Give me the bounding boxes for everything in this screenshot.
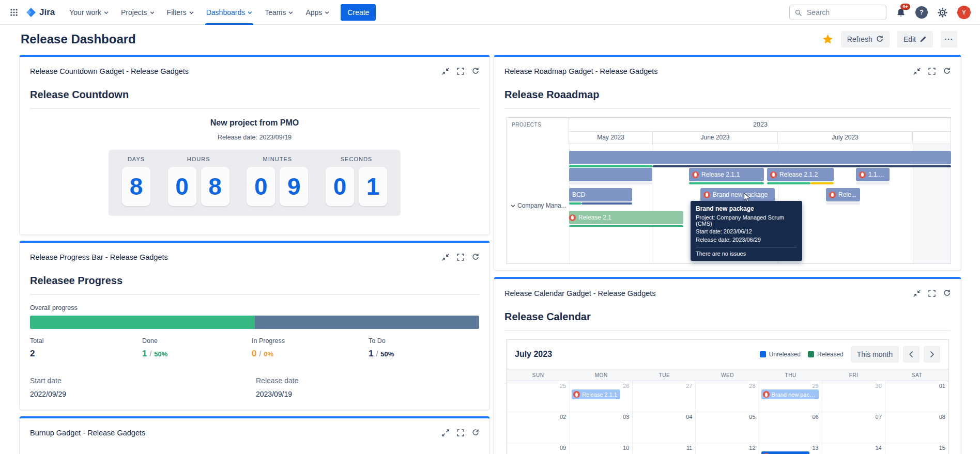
- nav-item-teams[interactable]: Teams: [258, 0, 299, 25]
- fullscreen-icon[interactable]: [928, 290, 936, 297]
- fullscreen-icon[interactable]: [928, 68, 936, 75]
- tooltip-release-date: Release date: 2023/06/29: [696, 237, 797, 243]
- release-calendar-gadget: Release Calendar Gadget - Release Gadget…: [494, 277, 961, 454]
- roadmap-bar-epic[interactable]: [569, 151, 951, 164]
- progress-heading: Releasee Progress: [30, 275, 479, 287]
- more-actions-button[interactable]: ···: [941, 31, 957, 48]
- day-number: 26: [570, 381, 632, 389]
- nav-item-apps[interactable]: Apps: [299, 0, 335, 25]
- chevron-down-icon: [511, 204, 515, 208]
- this-month-button[interactable]: This month: [851, 346, 899, 363]
- stat-label: Total: [30, 337, 142, 345]
- countdown-digit: 9: [280, 167, 308, 206]
- roadmap-bar-bcd[interactable]: BCD: [569, 188, 632, 201]
- fullscreen-icon[interactable]: [457, 68, 464, 75]
- day-header: WED: [696, 372, 759, 378]
- release-event-chip[interactable]: Release 2.1.1: [572, 389, 620, 399]
- roadmap-timeline-table: PROJECTS 2023 May 2023 June 2023 July 20…: [506, 117, 951, 264]
- collapse-icon[interactable]: [913, 68, 921, 75]
- search-input[interactable]: [806, 8, 881, 17]
- refresh-gadget-icon[interactable]: [472, 68, 479, 75]
- help-icon[interactable]: ?: [915, 6, 928, 19]
- create-button[interactable]: Create: [341, 4, 376, 21]
- roadmap-bar-release-21[interactable]: Release 2.1: [569, 211, 683, 224]
- refresh-gadget-icon[interactable]: [943, 68, 951, 75]
- gadget-header: Release Calendar Gadget - Release Gadget…: [494, 279, 961, 298]
- expand-icon[interactable]: [442, 429, 449, 436]
- day-number: 30: [822, 381, 885, 389]
- stat-separator: /: [259, 350, 261, 358]
- roadmap-bar-release-211[interactable]: Release 2.1.1: [689, 168, 764, 181]
- collapse-icon[interactable]: [442, 68, 449, 75]
- tooltip-title: Brand new package: [696, 205, 797, 212]
- refresh-gadget-icon[interactable]: [472, 429, 479, 436]
- gadget-header-icons: [442, 68, 479, 75]
- release-event-chip[interactable]: Brand new packa...: [761, 389, 819, 399]
- countdown-digit: 0: [326, 167, 354, 206]
- tooltip-divider: [696, 247, 797, 247]
- tooltip-start-date: Start date: 2023/06/12: [696, 228, 797, 234]
- roadmap-heading: Release Roaadmap: [504, 89, 951, 101]
- project-row-expander[interactable]: Company Mana...: [511, 202, 568, 209]
- countdown-hours-group: HOURS 0 8: [168, 150, 229, 216]
- notifications-bell-icon[interactable]: 9+: [896, 8, 906, 17]
- bar-progress-underline: [569, 225, 683, 227]
- released-swatch: [808, 351, 814, 357]
- day-number: 13: [759, 443, 822, 451]
- legend-label: Unreleased: [769, 351, 801, 358]
- stat-separator: /: [149, 350, 151, 358]
- roadmap-bar-unlabeled[interactable]: [569, 168, 652, 181]
- day-number: 01: [885, 381, 948, 389]
- roadmap-bar-brand-new-package[interactable]: Brand new package: [700, 188, 775, 201]
- collapse-icon[interactable]: [913, 290, 921, 297]
- bar-label: Brand new package: [713, 191, 768, 198]
- edit-button[interactable]: Edit: [897, 31, 933, 48]
- page-header: Release Dashboard Refresh Edit ···: [0, 25, 980, 54]
- roadmap-bar-rele[interactable]: Rele...: [826, 188, 860, 201]
- divider: [30, 108, 479, 109]
- bar-label: BCD: [572, 191, 585, 198]
- user-avatar[interactable]: Y: [957, 6, 971, 19]
- roadmap-bar-release-11[interactable]: 1.1....: [856, 168, 890, 181]
- nav-item-projects[interactable]: Projects: [115, 0, 161, 25]
- stat-value: 1: [369, 349, 373, 359]
- top-navigation-bar: Jira Your work Projects Filters Dashboar…: [0, 0, 980, 25]
- release-event-chip[interactable]: Release 2.1.2: [761, 451, 810, 454]
- refresh-gadget-icon[interactable]: [943, 290, 951, 297]
- next-month-button[interactable]: [924, 346, 940, 363]
- calendar-day-cell: 25: [507, 381, 570, 412]
- refresh-gadget-icon[interactable]: [472, 254, 479, 261]
- collapse-icon[interactable]: [442, 254, 449, 261]
- version-rocket-icon: [573, 391, 580, 398]
- chevron-down-icon: [248, 11, 252, 14]
- calendar-table: July 2023 Unreleased Released This month…: [506, 339, 949, 454]
- pencil-icon: [920, 36, 927, 43]
- search-icon: [795, 9, 802, 17]
- legend-released: Released: [808, 351, 844, 358]
- previous-month-button[interactable]: [903, 346, 920, 363]
- release-date-value: 2023/09/19: [256, 390, 479, 398]
- nav-item-filters[interactable]: Filters: [161, 0, 200, 25]
- day-header: TUE: [633, 372, 696, 378]
- notification-badge: 9+: [900, 4, 910, 10]
- chevron-down-icon: [150, 11, 155, 14]
- fullscreen-icon[interactable]: [457, 254, 464, 261]
- app-switcher-icon[interactable]: [7, 6, 21, 19]
- version-rocket-icon: [763, 391, 770, 398]
- settings-gear-icon[interactable]: [938, 8, 947, 18]
- nav-item-your-work[interactable]: Your work: [63, 0, 115, 25]
- jira-logo[interactable]: Jira: [26, 7, 55, 18]
- global-search[interactable]: [789, 5, 886, 20]
- divider: [504, 330, 951, 331]
- fullscreen-icon[interactable]: [457, 429, 464, 436]
- timeline-month-headers: May 2023 June 2023 July 2023: [569, 132, 952, 144]
- day-header: THU: [759, 372, 822, 378]
- roadmap-bar-release-212[interactable]: Release 2.1.2: [767, 168, 834, 181]
- refresh-button[interactable]: Refresh: [841, 31, 890, 48]
- bar-label: 1.1....: [868, 171, 884, 178]
- nav-item-dashboards[interactable]: Dashboards: [200, 0, 259, 25]
- favorite-star-icon[interactable]: [822, 34, 833, 44]
- unreleased-swatch: [760, 351, 766, 357]
- day-header: SUN: [507, 372, 570, 378]
- calendar-day-cell: 08: [885, 412, 948, 443]
